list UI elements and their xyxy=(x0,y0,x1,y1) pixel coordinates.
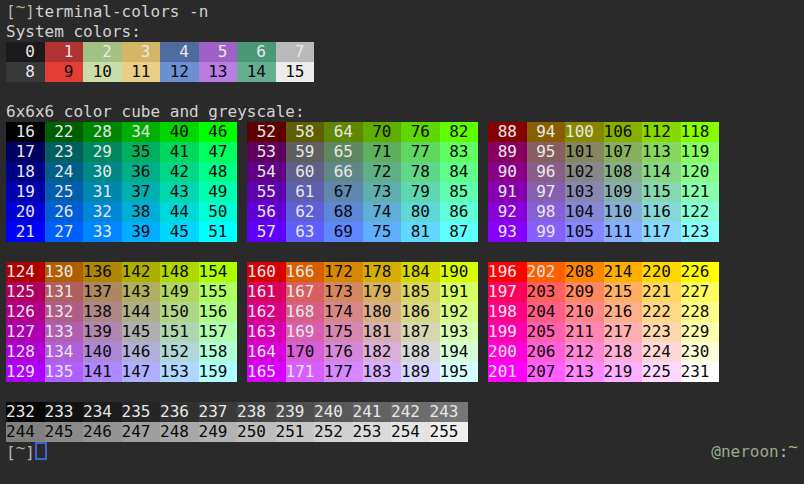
color-cell-194: 194 xyxy=(440,342,479,362)
color-cell-134: 134 xyxy=(45,342,84,362)
color-cell-95: 95 xyxy=(527,142,566,162)
color-cell-33: 33 xyxy=(83,222,122,242)
color-cell-162: 162 xyxy=(247,302,286,322)
color-cell-53: 53 xyxy=(247,142,286,162)
color-cell-94: 94 xyxy=(527,122,566,142)
color-cell-39: 39 xyxy=(122,222,161,242)
status-colon: : xyxy=(779,442,789,461)
color-cell-21: 21 xyxy=(6,222,45,242)
color-row: 01234567 xyxy=(6,42,804,62)
blank-line xyxy=(6,82,804,102)
color-cell-253: 253 xyxy=(353,422,392,442)
color-cell-7: 7 xyxy=(276,42,315,62)
color-cell-137: 137 xyxy=(83,282,122,302)
color-cell-106: 106 xyxy=(604,122,643,142)
blank-line xyxy=(6,382,804,402)
color-cell-186: 186 xyxy=(401,302,440,322)
color-row: 546066727884 xyxy=(247,162,478,182)
cube-block: 1622283440461723293541471824303642481925… xyxy=(6,122,237,242)
color-cell-204: 204 xyxy=(527,302,566,322)
color-cell-188: 188 xyxy=(401,342,440,362)
color-row: 8995101107113119 xyxy=(488,142,719,162)
color-cell-225: 225 xyxy=(642,362,681,382)
color-cell-15: 15 xyxy=(276,62,315,82)
color-cell-130: 130 xyxy=(45,262,84,282)
color-cell-247: 247 xyxy=(122,422,161,442)
color-cell-48: 48 xyxy=(199,162,238,182)
prompt-bracket-open: [ xyxy=(6,443,16,462)
color-cell-2: 2 xyxy=(83,42,122,62)
color-cell-100: 100 xyxy=(565,122,604,142)
greyscale-grid: 2322332342352362372382392402412422432442… xyxy=(6,402,804,442)
cube-label: 6x6x6 color cube and greyscale: xyxy=(6,102,804,122)
color-cell-159: 159 xyxy=(199,362,238,382)
color-cell-67: 67 xyxy=(324,182,363,202)
color-cell-47: 47 xyxy=(199,142,238,162)
color-cell-222: 222 xyxy=(642,302,681,322)
color-cell-161: 161 xyxy=(247,282,286,302)
color-cell-19: 19 xyxy=(6,182,45,202)
color-cell-62: 62 xyxy=(286,202,325,222)
color-cell-197: 197 xyxy=(488,282,527,302)
color-cell-181: 181 xyxy=(363,322,402,342)
color-cell-249: 249 xyxy=(199,422,238,442)
cube-block: 5258647076825359657177835460667278845561… xyxy=(247,122,478,242)
color-cell-5: 5 xyxy=(199,42,238,62)
color-cell-210: 210 xyxy=(565,302,604,322)
color-cell-70: 70 xyxy=(363,122,402,142)
color-cell-10: 10 xyxy=(83,62,122,82)
color-cell-35: 35 xyxy=(122,142,161,162)
color-cell-185: 185 xyxy=(401,282,440,302)
prompt-bracket-close: ] xyxy=(25,2,35,21)
color-cell-221: 221 xyxy=(642,282,681,302)
terminal-window[interactable]: [~]terminal-colors -n System colors: 012… xyxy=(0,0,804,484)
color-cell-78: 78 xyxy=(401,162,440,182)
color-cell-27: 27 xyxy=(45,222,84,242)
color-cell-111: 111 xyxy=(604,222,643,242)
color-cell-144: 144 xyxy=(122,302,161,322)
color-cell-66: 66 xyxy=(324,162,363,182)
color-cell-179: 179 xyxy=(363,282,402,302)
color-row: 525864707682 xyxy=(247,122,478,142)
color-cell-18: 18 xyxy=(6,162,45,182)
color-cell-122: 122 xyxy=(681,202,720,222)
status-home-tilde: ~ xyxy=(788,437,798,456)
color-row: 9399105111117123 xyxy=(488,222,719,242)
color-cell-60: 60 xyxy=(286,162,325,182)
color-cell-57: 57 xyxy=(247,222,286,242)
color-cell-63: 63 xyxy=(286,222,325,242)
color-cell-169: 169 xyxy=(286,322,325,342)
color-row: 162228344046 xyxy=(6,122,237,142)
color-cell-216: 216 xyxy=(604,302,643,322)
color-cell-89: 89 xyxy=(488,142,527,162)
prompt-line[interactable]: [~]@neroon:~ xyxy=(6,442,804,462)
color-cell-233: 233 xyxy=(45,402,84,422)
color-cell-71: 71 xyxy=(363,142,402,162)
status-user: @neroon xyxy=(711,442,778,461)
color-row: 196202208214220226 xyxy=(488,262,719,282)
color-cell-43: 43 xyxy=(160,182,199,202)
color-row: 129135141147153159 xyxy=(6,362,237,382)
color-cell-6: 6 xyxy=(237,42,276,62)
cube-block-row: 1622283440461723293541471824303642481925… xyxy=(6,122,804,242)
color-cell-69: 69 xyxy=(324,222,363,242)
color-cell-117: 117 xyxy=(642,222,681,242)
color-row: 556167737985 xyxy=(247,182,478,202)
color-cell-22: 22 xyxy=(45,122,84,142)
color-cell-246: 246 xyxy=(83,422,122,442)
color-cell-212: 212 xyxy=(565,342,604,362)
color-cell-73: 73 xyxy=(363,182,402,202)
color-cell-205: 205 xyxy=(527,322,566,342)
color-row: 8894100106112118 xyxy=(488,122,719,142)
color-row: 9298104110116122 xyxy=(488,202,719,222)
color-cell-146: 146 xyxy=(122,342,161,362)
prompt-bracket-open: [ xyxy=(6,2,16,21)
color-cell-41: 41 xyxy=(160,142,199,162)
cube-block: 1962022082142202261972032092152212271982… xyxy=(488,262,719,382)
color-cell-184: 184 xyxy=(401,262,440,282)
color-cell-133: 133 xyxy=(45,322,84,342)
color-row: 566268748086 xyxy=(247,202,478,222)
color-cell-11: 11 xyxy=(122,62,161,82)
color-cell-65: 65 xyxy=(324,142,363,162)
color-cell-131: 131 xyxy=(45,282,84,302)
